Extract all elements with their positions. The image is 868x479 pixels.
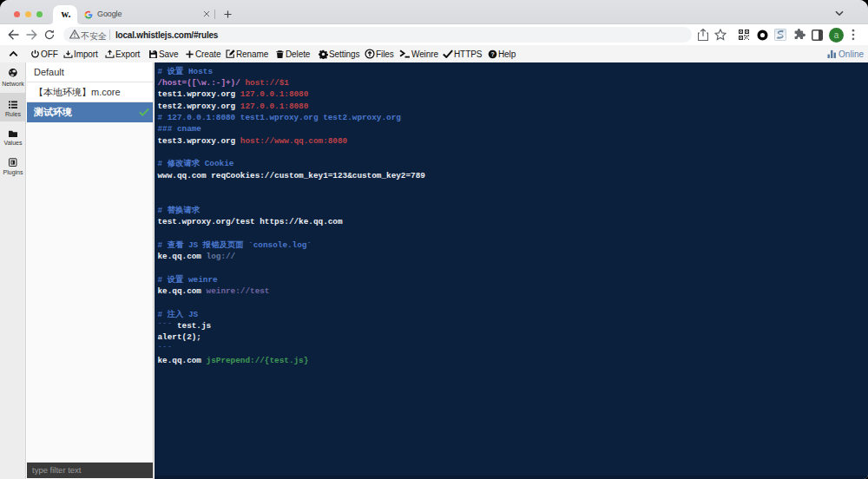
svg-text:?: ? [490, 50, 494, 56]
